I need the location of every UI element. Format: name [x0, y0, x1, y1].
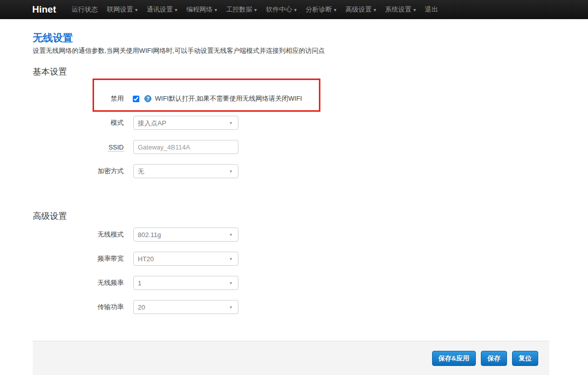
basic-settings-section: 基本设置 禁用 ? WIFI默认打开,如果不需要使用无线网络请关闭WIFI 模式… [33, 67, 588, 178]
wireless-mode-select[interactable]: 802.11g [133, 228, 238, 242]
select-wrapper: 无 [133, 164, 238, 178]
nav-item-network-settings[interactable]: 联网设置▾ [103, 0, 142, 19]
form-row: 无线频率 1 [33, 276, 588, 290]
chevron-down-icon: ▾ [135, 7, 138, 13]
field-label: 无线模式 [33, 230, 124, 239]
chevron-down-icon: ▾ [255, 7, 257, 13]
nav-item-analysis-diagnosis[interactable]: 分析诊断▾ [301, 0, 341, 19]
select-wrapper: 802.11g [133, 228, 238, 242]
bandwidth-select[interactable]: HT20 [133, 252, 238, 266]
chevron-down-icon: ▾ [334, 7, 337, 13]
form-row: 模式 接入点AP [33, 116, 588, 130]
disable-label: 禁用 [94, 94, 124, 103]
form-row: 传输功率 20 [33, 300, 588, 314]
advanced-settings-section: 高级设置 无线模式 802.11g 频率带宽 HT20 无线频率 1 传输功率 … [33, 212, 588, 314]
basic-fields: 模式 接入点AP SSID 加密方式 无 [33, 116, 588, 178]
nav-item-comm-settings[interactable]: 通讯设置▾ [142, 0, 182, 19]
chevron-down-icon: ▾ [215, 7, 217, 13]
form-row: 加密方式 无 [33, 164, 588, 178]
question-circle-icon: ? [144, 95, 151, 102]
nav-item-run-status[interactable]: 运行状态 [67, 0, 103, 19]
top-navbar: Hinet 运行状态 联网设置▾ 通讯设置▾ 编程网络▾ 工控数据▾ 软件中心▾… [0, 0, 588, 19]
chevron-down-icon: ▾ [374, 7, 376, 13]
field-label: 模式 [33, 118, 124, 127]
mode-select[interactable]: 接入点AP [133, 116, 238, 130]
disable-checkbox[interactable] [133, 96, 139, 102]
ssid-input[interactable] [133, 140, 238, 154]
field-label: 加密方式 [33, 167, 124, 176]
select-wrapper: HT20 [133, 252, 238, 266]
main-content: 无线设置 设置无线网络的通信参数,当网关使用WIFI网络时,可以手动设置无线客户… [0, 32, 588, 314]
chevron-down-icon: ▾ [413, 7, 416, 13]
nav-item-industrial-data[interactable]: 工控数据▾ [222, 0, 262, 19]
save-apply-button[interactable]: 保存&应用 [432, 351, 476, 366]
form-row: 无线模式 802.11g [33, 228, 588, 242]
field-label: 频率带宽 [33, 254, 124, 263]
chevron-down-icon: ▾ [175, 7, 178, 13]
nav-item-software-center[interactable]: 软件中心▾ [262, 0, 301, 19]
page-subtitle: 设置无线网络的通信参数,当网关使用WIFI网络时,可以手动设置无线客户端模式并连… [33, 47, 588, 54]
select-wrapper: 20 [133, 300, 238, 314]
encryption-select[interactable]: 无 [133, 164, 238, 178]
section-heading-basic: 基本设置 [33, 67, 588, 77]
form-row: SSID [33, 140, 588, 154]
field-label: 无线频率 [33, 278, 124, 287]
save-button[interactable]: 保存 [481, 351, 507, 366]
select-wrapper: 接入点AP [133, 116, 238, 130]
nav-item-logout[interactable]: 退出 [421, 0, 443, 19]
field-label: SSID [33, 143, 124, 151]
select-wrapper: 1 [133, 276, 238, 290]
disable-note: WIFI默认打开,如果不需要使用无线网络请关闭WIFI [155, 94, 302, 103]
advanced-fields: 无线模式 802.11g 频率带宽 HT20 无线频率 1 传输功率 20 [33, 228, 588, 314]
nav-item-advanced-settings[interactable]: 高级设置▾ [341, 0, 381, 19]
section-heading-advanced: 高级设置 [33, 212, 588, 221]
brand-logo[interactable]: Hinet [32, 0, 56, 19]
footer-action-bar: 保存&应用 保存 复位 [33, 341, 549, 375]
tx-power-select[interactable]: 20 [133, 300, 238, 314]
nav-item-programming-network[interactable]: 编程网络▾ [182, 0, 222, 19]
page-title: 无线设置 [33, 32, 588, 44]
field-label: 传输功率 [33, 303, 124, 312]
nav-item-system-settings[interactable]: 系统设置▾ [381, 0, 421, 19]
chevron-down-icon: ▾ [294, 7, 297, 13]
form-row: 频率带宽 HT20 [33, 252, 588, 266]
channel-select[interactable]: 1 [133, 276, 238, 290]
reset-button[interactable]: 复位 [512, 351, 538, 366]
highlight-red-box: 禁用 ? WIFI默认打开,如果不需要使用无线网络请关闭WIFI [93, 79, 320, 112]
nav-menu: 运行状态 联网设置▾ 通讯设置▾ 编程网络▾ 工控数据▾ 软件中心▾ 分析诊断▾… [67, 0, 443, 19]
